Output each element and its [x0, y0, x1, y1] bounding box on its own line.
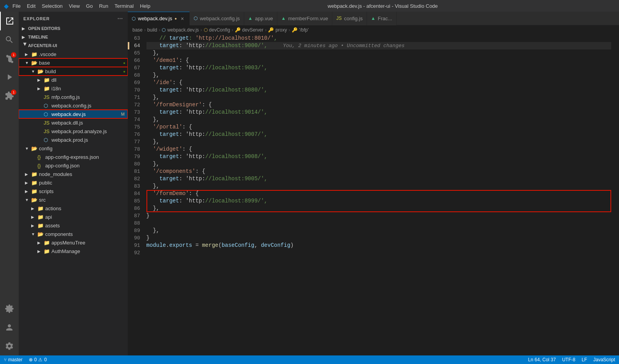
tree-item-api[interactable]: ▶ 📁 api — [19, 213, 128, 221]
tree-item-webpack-prod-analyze[interactable]: ▶ JS webpack.prod.analyze.js — [19, 127, 128, 135]
code-editor[interactable]: // target: 'http://localhost:8010/', tar… — [146, 35, 619, 355]
code-container[interactable]: 6364656667686970717273747576777879808182… — [128, 35, 619, 355]
code-line[interactable]: target: 'http://localhost:9007/', — [146, 131, 611, 138]
tree-item-config[interactable]: ▼ 📂 config — [19, 144, 128, 153]
code-line[interactable]: target: 'http://localhost:8999/', — [146, 197, 611, 205]
code-line[interactable]: }, — [146, 49, 611, 57]
activity-git[interactable] — [0, 299, 19, 318]
code-line[interactable]: '/formDemo': { — [146, 190, 611, 197]
section-afcenter-ui[interactable]: ▶ AFCENTER-UI — [19, 41, 128, 50]
status-errors[interactable]: ⊗ 0 ⚠ 0 — [29, 357, 47, 362]
code-line[interactable] — [146, 249, 611, 257]
menu-bar[interactable]: File Edit Selection View Go Run Terminal… — [12, 3, 150, 9]
status-branch[interactable]: ⑂ master — [4, 357, 23, 362]
tree-item-components[interactable]: ▼ 📂 components — [19, 230, 128, 238]
code-line[interactable]: target: 'http://localhost:9005/', — [146, 175, 611, 183]
tree-item-assets[interactable]: ▶ 📁 assets — [19, 221, 128, 230]
code-line[interactable]: module.exports = merge(baseConfig, devCo… — [146, 242, 611, 249]
status-position[interactable]: Ln 64, Col 37 — [528, 357, 556, 362]
code-line[interactable]: }, — [146, 72, 611, 79]
breadcrumb-devserver[interactable]: devServer — [242, 27, 264, 33]
tree-item-public[interactable]: ▶ 📁 public — [19, 178, 128, 187]
tree-item-mfp-config[interactable]: ▶ JS mfp.config.js — [19, 93, 128, 101]
tab-app-vue[interactable]: ▲ app.vue — [244, 12, 277, 25]
code-line[interactable] — [146, 220, 611, 227]
tree-item-node-modules[interactable]: ▶ 📁 node_modules — [19, 170, 128, 178]
menu-run[interactable]: Run — [99, 3, 108, 9]
code-line[interactable]: '/demo1': { — [146, 57, 611, 64]
tree-item-scripts[interactable]: ▶ 📁 scripts — [19, 187, 128, 195]
code-line[interactable]: }, — [146, 116, 611, 123]
code-line[interactable]: '/portal': { — [146, 123, 611, 131]
breadcrumb-devconfig[interactable]: devConfig — [209, 27, 230, 33]
status-language[interactable]: JavaScript — [593, 357, 615, 362]
code-line[interactable]: target: 'http://localhost:9014/', — [146, 109, 611, 116]
menu-go[interactable]: Go — [86, 3, 93, 9]
tree-item-build[interactable]: ▼ 📂 build ● — [19, 67, 128, 76]
tab-close-webpack-dev[interactable]: × — [179, 16, 185, 22]
breadcrumb-filename[interactable]: webpack.dev.js — [167, 27, 199, 33]
tree-item-webpack-config[interactable]: ▶ ⬡ webpack.config.js — [19, 101, 128, 110]
tab-frac[interactable]: ▲ Frac... — [367, 12, 397, 25]
code-line[interactable]: }, — [146, 94, 611, 101]
menu-terminal[interactable]: Terminal — [115, 3, 134, 9]
tab-webpack-config[interactable]: ⬡ webpack.config.js — [190, 12, 244, 25]
js-file-icon: JS — [44, 94, 50, 100]
code-line[interactable]: target: 'http://localhost:8080/', — [146, 86, 611, 94]
code-line[interactable]: // target: 'http://localhost:8010/', — [146, 35, 611, 42]
sidebar-actions[interactable]: ⋯ — [117, 16, 123, 22]
activity-run[interactable] — [0, 68, 19, 86]
code-line[interactable]: target: 'http://localhost:9008/', — [146, 153, 611, 160]
status-line-ending[interactable]: LF — [582, 357, 587, 362]
menu-edit[interactable]: Edit — [27, 3, 35, 9]
code-line[interactable]: } — [146, 234, 611, 242]
tree-item-webpack-prod[interactable]: ▶ ⬡ webpack.prod.js — [19, 135, 128, 144]
activity-account[interactable] — [0, 318, 19, 337]
tab-memberform-vue[interactable]: ▲ memberForm.vue — [277, 12, 332, 25]
activity-source-control[interactable]: 1 — [0, 49, 19, 68]
code-line[interactable]: }, — [146, 138, 611, 146]
tree-item-app-config[interactable]: ▶ {} app-config.json — [19, 161, 128, 170]
menu-help[interactable]: Help — [140, 3, 150, 9]
code-line[interactable]: } — [146, 212, 611, 220]
status-encoding[interactable]: UTF-8 — [562, 357, 575, 362]
tab-config-js[interactable]: JS config.js — [332, 12, 367, 25]
breadcrumb-proxy[interactable]: proxy — [275, 27, 287, 33]
tree-item-webpack-dll[interactable]: ▶ JS webpack.dll.js — [19, 118, 128, 127]
tab-webpack-dev[interactable]: ⬡ webpack.dev.js ● × — [128, 12, 190, 25]
code-line[interactable]: }, — [146, 227, 611, 234]
section-open-editors[interactable]: ▶ OPEN EDITORS — [19, 24, 128, 33]
tree-item-i18n[interactable]: ▶ 📁 i18n — [19, 84, 128, 93]
tree-item-authmanage[interactable]: ▶ 📁 AuthManage — [19, 247, 128, 255]
code-line[interactable]: '/formDesigner': { — [146, 101, 611, 109]
tree-item-actions[interactable]: ▶ 📁 actions — [19, 204, 128, 213]
breadcrumb-build[interactable]: build — [147, 27, 157, 33]
breadcrumb-bfp[interactable]: '/bfp' — [299, 27, 309, 33]
code-line[interactable]: '/components': { — [146, 168, 611, 175]
tree-item-appsmenutree[interactable]: ▶ 📁 appsMenuTree — [19, 238, 128, 247]
breadcrumb-base[interactable]: base — [132, 27, 143, 33]
code-line[interactable]: }, — [146, 205, 611, 212]
section-timeline[interactable]: ▶ TIMELINE — [19, 33, 128, 41]
tab-modified-dot: ● — [175, 16, 177, 21]
tree-item-vscode[interactable]: ▶ 📁 .vscode — [19, 50, 128, 58]
code-line[interactable]: }, — [146, 160, 611, 168]
activity-extensions[interactable]: 1 — [0, 86, 19, 105]
activity-explorer[interactable] — [0, 12, 19, 30]
tree-item-base[interactable]: ▼ 📂 base ● — [19, 58, 128, 67]
code-line[interactable]: '/ide': { — [146, 79, 611, 86]
tree-item-src[interactable]: ▼ 📂 src — [19, 195, 128, 204]
breadcrumb-file[interactable]: ⬡ — [162, 27, 166, 33]
menu-file[interactable]: File — [12, 3, 21, 9]
activity-settings[interactable] — [0, 337, 19, 355]
code-line[interactable]: }, — [146, 183, 611, 190]
menu-view[interactable]: View — [69, 3, 80, 9]
tree-item-app-config-express[interactable]: ▶ {} app-config-express.json — [19, 153, 128, 161]
menu-selection[interactable]: Selection — [42, 3, 62, 9]
tree-item-webpack-dev[interactable]: ▶ ⬡ webpack.dev.js M — [19, 110, 128, 118]
code-line[interactable]: target: 'http://localhost:9000/',You, 2 … — [146, 42, 611, 49]
activity-search[interactable] — [0, 30, 19, 49]
tree-item-dll[interactable]: ▶ 📁 dll — [19, 76, 128, 84]
code-line[interactable]: target: 'http://localhost:9003/', — [146, 64, 611, 72]
code-line[interactable]: '/widget': { — [146, 146, 611, 153]
